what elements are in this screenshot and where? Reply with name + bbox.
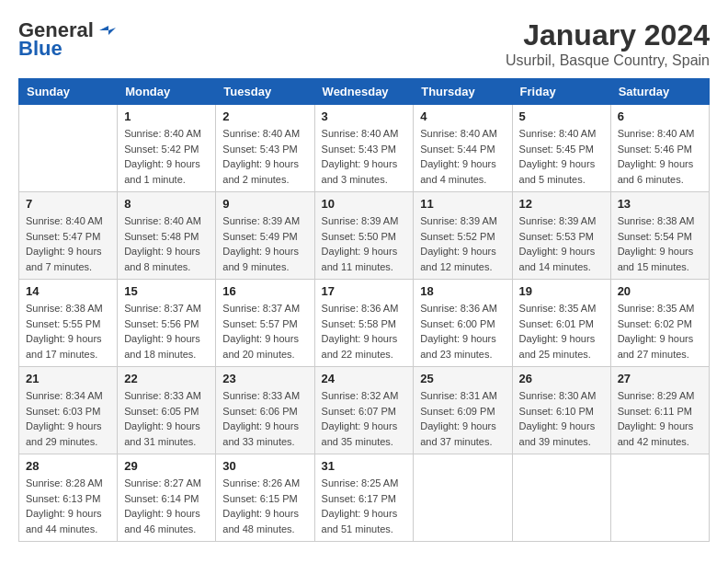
day-info: Sunrise: 8:39 AMSunset: 5:49 PMDaylight:… [222,213,307,274]
calendar-cell [19,105,118,192]
day-info: Sunrise: 8:40 AMSunset: 5:42 PMDaylight:… [124,126,209,187]
calendar-cell: 6Sunrise: 8:40 AMSunset: 5:46 PMDaylight… [610,105,709,192]
header-friday: Friday [512,79,610,105]
day-number: 6 [618,109,702,123]
day-info: Sunrise: 8:29 AMSunset: 6:11 PMDaylight:… [618,388,702,449]
day-number: 15 [124,284,209,298]
day-number: 17 [322,284,407,298]
day-info: Sunrise: 8:37 AMSunset: 5:57 PMDaylight:… [222,301,307,362]
week-row-5: 28Sunrise: 8:28 AMSunset: 6:13 PMDayligh… [19,454,710,542]
day-number: 3 [322,109,407,123]
week-row-1: 1Sunrise: 8:40 AMSunset: 5:42 PMDaylight… [19,105,710,192]
day-number: 5 [519,109,604,123]
calendar-cell: 11Sunrise: 8:39 AMSunset: 5:52 PMDayligh… [414,192,512,280]
day-number: 10 [322,197,407,211]
calendar-cell: 31Sunrise: 8:25 AMSunset: 6:17 PMDayligh… [314,454,414,542]
day-info: Sunrise: 8:33 AMSunset: 6:05 PMDaylight:… [124,388,209,449]
day-number: 1 [124,109,209,123]
day-info: Sunrise: 8:35 AMSunset: 6:01 PMDaylight:… [519,301,604,362]
day-info: Sunrise: 8:31 AMSunset: 6:09 PMDaylight:… [420,388,505,449]
day-info: Sunrise: 8:26 AMSunset: 6:15 PMDaylight:… [222,476,307,536]
logo-bird-icon [96,20,116,40]
calendar-table: SundayMondayTuesdayWednesdayThursdayFrid… [18,78,710,542]
day-number: 4 [420,109,505,123]
header-tuesday: Tuesday [216,79,314,105]
logo-blue: Blue [18,37,63,61]
day-info: Sunrise: 8:37 AMSunset: 5:56 PMDaylight:… [124,301,209,362]
calendar-cell: 14Sunrise: 8:38 AMSunset: 5:55 PMDayligh… [19,280,118,367]
day-info: Sunrise: 8:38 AMSunset: 5:55 PMDaylight:… [26,301,110,362]
calendar-cell: 21Sunrise: 8:34 AMSunset: 6:03 PMDayligh… [19,367,118,454]
day-info: Sunrise: 8:30 AMSunset: 6:10 PMDaylight:… [519,388,604,449]
calendar-cell: 17Sunrise: 8:36 AMSunset: 5:58 PMDayligh… [314,280,414,367]
calendar-cell: 24Sunrise: 8:32 AMSunset: 6:07 PMDayligh… [314,367,414,454]
header-thursday: Thursday [414,79,512,105]
calendar-cell: 3Sunrise: 8:40 AMSunset: 5:43 PMDaylight… [314,105,414,192]
calendar-cell: 26Sunrise: 8:30 AMSunset: 6:10 PMDayligh… [512,367,610,454]
calendar-cell: 18Sunrise: 8:36 AMSunset: 6:00 PMDayligh… [414,280,512,367]
day-number: 14 [26,284,110,298]
calendar-cell: 10Sunrise: 8:39 AMSunset: 5:50 PMDayligh… [314,192,414,280]
day-number: 13 [618,197,702,211]
day-number: 29 [124,459,209,473]
logo: General Blue [18,18,118,61]
week-row-2: 7Sunrise: 8:40 AMSunset: 5:47 PMDaylight… [19,192,710,280]
day-number: 19 [519,284,604,298]
calendar-cell [512,454,610,542]
calendar-cell: 22Sunrise: 8:33 AMSunset: 6:05 PMDayligh… [118,367,216,454]
calendar-cell: 8Sunrise: 8:40 AMSunset: 5:48 PMDaylight… [118,192,216,280]
header-sunday: Sunday [19,79,118,105]
calendar-cell: 25Sunrise: 8:31 AMSunset: 6:09 PMDayligh… [414,367,512,454]
day-number: 8 [124,197,209,211]
calendar-cell: 13Sunrise: 8:38 AMSunset: 5:54 PMDayligh… [610,192,709,280]
day-number: 7 [26,197,110,211]
day-number: 31 [322,459,407,473]
day-info: Sunrise: 8:40 AMSunset: 5:46 PMDaylight:… [618,126,702,187]
calendar-cell: 28Sunrise: 8:28 AMSunset: 6:13 PMDayligh… [19,454,118,542]
day-number: 11 [420,197,505,211]
calendar-cell: 9Sunrise: 8:39 AMSunset: 5:49 PMDaylight… [216,192,314,280]
day-number: 24 [322,372,407,385]
day-info: Sunrise: 8:34 AMSunset: 6:03 PMDaylight:… [26,388,110,449]
week-row-3: 14Sunrise: 8:38 AMSunset: 5:55 PMDayligh… [19,280,710,367]
day-number: 2 [222,109,307,123]
day-info: Sunrise: 8:35 AMSunset: 6:02 PMDaylight:… [618,301,702,362]
day-info: Sunrise: 8:40 AMSunset: 5:45 PMDaylight:… [519,126,604,187]
day-info: Sunrise: 8:32 AMSunset: 6:07 PMDaylight:… [322,388,407,449]
day-info: Sunrise: 8:39 AMSunset: 5:52 PMDaylight:… [420,213,505,274]
calendar-cell: 23Sunrise: 8:33 AMSunset: 6:06 PMDayligh… [216,367,314,454]
calendar-cell: 27Sunrise: 8:29 AMSunset: 6:11 PMDayligh… [610,367,709,454]
svg-marker-0 [99,26,116,35]
day-number: 16 [222,284,307,298]
day-info: Sunrise: 8:40 AMSunset: 5:43 PMDaylight:… [222,126,307,187]
day-info: Sunrise: 8:40 AMSunset: 5:44 PMDaylight:… [420,126,505,187]
day-info: Sunrise: 8:36 AMSunset: 6:00 PMDaylight:… [420,301,505,362]
day-number: 22 [124,372,209,385]
day-number: 23 [222,372,307,385]
day-info: Sunrise: 8:25 AMSunset: 6:17 PMDaylight:… [322,476,407,536]
calendar-header-row: SundayMondayTuesdayWednesdayThursdayFrid… [19,79,710,105]
calendar-title: January 2024 [506,18,710,52]
header-saturday: Saturday [610,79,709,105]
calendar-cell: 30Sunrise: 8:26 AMSunset: 6:15 PMDayligh… [216,454,314,542]
day-info: Sunrise: 8:39 AMSunset: 5:50 PMDaylight:… [322,213,407,274]
calendar-subtitle: Usurbil, Basque Country, Spain [506,52,710,69]
day-number: 27 [618,372,702,385]
day-info: Sunrise: 8:40 AMSunset: 5:43 PMDaylight:… [322,126,407,187]
week-row-4: 21Sunrise: 8:34 AMSunset: 6:03 PMDayligh… [19,367,710,454]
day-info: Sunrise: 8:38 AMSunset: 5:54 PMDaylight:… [618,213,702,274]
day-number: 9 [222,197,307,211]
calendar-cell: 29Sunrise: 8:27 AMSunset: 6:14 PMDayligh… [118,454,216,542]
day-info: Sunrise: 8:40 AMSunset: 5:48 PMDaylight:… [124,213,209,274]
day-info: Sunrise: 8:36 AMSunset: 5:58 PMDaylight:… [322,301,407,362]
calendar-cell: 5Sunrise: 8:40 AMSunset: 5:45 PMDaylight… [512,105,610,192]
calendar-cell [610,454,709,542]
calendar-cell: 1Sunrise: 8:40 AMSunset: 5:42 PMDaylight… [118,105,216,192]
day-number: 30 [222,459,307,473]
day-number: 20 [618,284,702,298]
calendar-cell: 7Sunrise: 8:40 AMSunset: 5:47 PMDaylight… [19,192,118,280]
calendar-cell: 16Sunrise: 8:37 AMSunset: 5:57 PMDayligh… [216,280,314,367]
calendar-cell: 2Sunrise: 8:40 AMSunset: 5:43 PMDaylight… [216,105,314,192]
day-info: Sunrise: 8:28 AMSunset: 6:13 PMDaylight:… [26,476,110,536]
calendar-cell [414,454,512,542]
